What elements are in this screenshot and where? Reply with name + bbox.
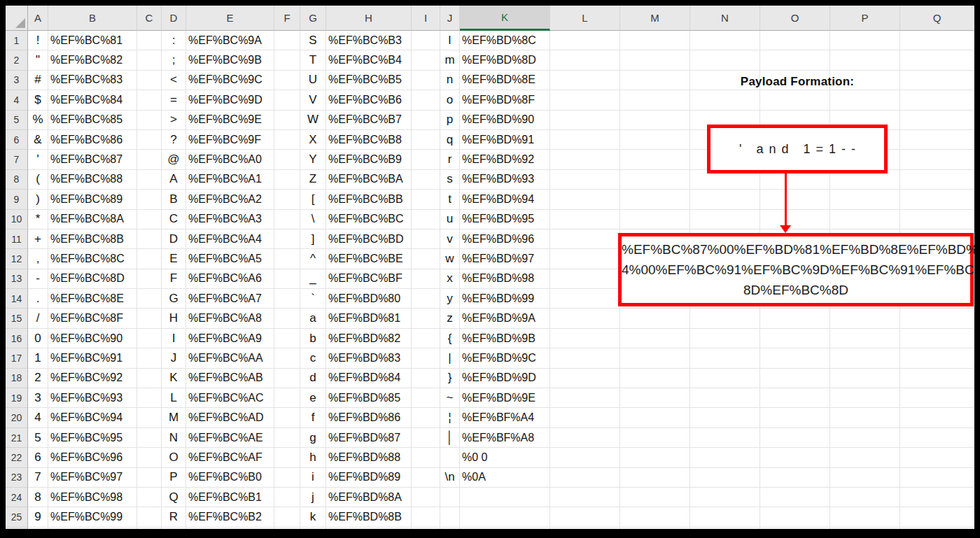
cell-N9[interactable] bbox=[690, 190, 760, 209]
cell-B24[interactable]: %EF%BC%98 bbox=[48, 488, 137, 507]
column-header-I[interactable]: I bbox=[412, 6, 440, 31]
cell-C24[interactable] bbox=[137, 488, 162, 507]
cell-O7[interactable] bbox=[760, 150, 830, 169]
cell-M4[interactable] bbox=[620, 90, 690, 110]
cell-L25[interactable] bbox=[550, 507, 620, 527]
column-header-F[interactable]: F bbox=[274, 6, 300, 31]
cell-O12[interactable] bbox=[760, 249, 830, 269]
cell-H25[interactable]: %EF%BD%8B bbox=[326, 507, 412, 527]
cell-P19[interactable] bbox=[830, 388, 900, 408]
cell-O5[interactable] bbox=[760, 111, 830, 130]
cell-I2[interactable] bbox=[412, 50, 440, 70]
cell-E3[interactable]: %EF%BC%9C bbox=[186, 71, 274, 90]
cell-C26[interactable] bbox=[137, 528, 162, 529]
cell-H14[interactable]: %EF%BD%80 bbox=[326, 289, 412, 309]
cell-K2[interactable]: %EF%BD%8D bbox=[460, 50, 550, 70]
cell-B25[interactable]: %EF%BC%99 bbox=[48, 507, 137, 527]
cell-O22[interactable] bbox=[760, 448, 830, 467]
cell-L16[interactable] bbox=[550, 329, 620, 348]
cell-Q7[interactable] bbox=[900, 150, 974, 169]
cell-M21[interactable] bbox=[620, 428, 690, 448]
cell-C10[interactable] bbox=[137, 210, 162, 229]
cell-P25[interactable] bbox=[830, 507, 900, 527]
cell-A9[interactable]: ) bbox=[28, 190, 48, 209]
cell-H24[interactable]: %EF%BD%8A bbox=[326, 488, 412, 507]
cell-N10[interactable] bbox=[690, 210, 760, 229]
column-header-B[interactable]: B bbox=[48, 6, 137, 31]
cell-E13[interactable]: %EF%BC%A6 bbox=[186, 269, 274, 289]
cell-O3[interactable] bbox=[760, 71, 830, 90]
cell-I18[interactable] bbox=[412, 369, 440, 388]
cell-H17[interactable]: %EF%BD%83 bbox=[326, 348, 412, 368]
cell-F8[interactable] bbox=[274, 170, 300, 190]
cell-P2[interactable] bbox=[830, 50, 900, 70]
cell-G1[interactable]: S bbox=[300, 31, 326, 50]
cell-P26[interactable] bbox=[830, 528, 900, 529]
cell-C3[interactable] bbox=[137, 71, 162, 90]
cell-G24[interactable]: j bbox=[300, 488, 326, 507]
cell-H22[interactable]: %EF%BD%88 bbox=[326, 448, 412, 467]
cell-Q2[interactable] bbox=[900, 50, 974, 70]
cell-P11[interactable] bbox=[830, 229, 900, 249]
cell-P7[interactable] bbox=[830, 150, 900, 169]
cell-J24[interactable] bbox=[440, 488, 460, 507]
cell-K25[interactable] bbox=[460, 507, 550, 527]
cell-H15[interactable]: %EF%BD%81 bbox=[326, 309, 412, 328]
cell-K8[interactable]: %EF%BD%93 bbox=[460, 170, 550, 190]
cell-K26[interactable] bbox=[460, 528, 550, 529]
cell-J10[interactable]: u bbox=[440, 210, 460, 229]
cell-B1[interactable]: %EF%BC%81 bbox=[48, 31, 137, 50]
cell-M13[interactable] bbox=[620, 269, 690, 289]
cell-L17[interactable] bbox=[550, 348, 620, 368]
cell-M17[interactable] bbox=[620, 348, 690, 368]
column-header-M[interactable]: M bbox=[620, 6, 690, 31]
cell-H18[interactable]: %EF%BD%84 bbox=[326, 369, 412, 388]
cell-G8[interactable]: Z bbox=[300, 170, 326, 190]
cell-L8[interactable] bbox=[550, 170, 620, 190]
cell-G4[interactable]: V bbox=[300, 90, 326, 110]
cell-E20[interactable]: %EF%BC%AD bbox=[186, 408, 274, 427]
cell-I9[interactable] bbox=[412, 190, 440, 209]
cell-B17[interactable]: %EF%BC%91 bbox=[48, 348, 137, 368]
cell-E10[interactable]: %EF%BC%A3 bbox=[186, 210, 274, 229]
column-header-O[interactable]: O bbox=[760, 6, 830, 31]
cell-E4[interactable]: %EF%BC%9D bbox=[186, 90, 274, 110]
cell-A3[interactable]: # bbox=[28, 71, 48, 90]
cell-N7[interactable] bbox=[690, 150, 760, 169]
cell-Q12[interactable] bbox=[900, 249, 974, 269]
cell-N21[interactable] bbox=[690, 428, 760, 448]
cell-G17[interactable]: c bbox=[300, 348, 326, 368]
cell-B19[interactable]: %EF%BC%93 bbox=[48, 388, 137, 408]
cell-N16[interactable] bbox=[690, 329, 760, 348]
cell-N20[interactable] bbox=[690, 408, 760, 427]
cell-P18[interactable] bbox=[830, 369, 900, 388]
cell-N22[interactable] bbox=[690, 448, 760, 467]
cell-D19[interactable]: L bbox=[162, 388, 186, 408]
cell-P22[interactable] bbox=[830, 448, 900, 467]
cell-K16[interactable]: %EF%BD%9B bbox=[460, 329, 550, 348]
cell-G22[interactable]: h bbox=[300, 448, 326, 467]
cell-P1[interactable] bbox=[830, 31, 900, 50]
cell-J25[interactable] bbox=[440, 507, 460, 527]
cell-K23[interactable]: %0A bbox=[460, 468, 550, 488]
cell-F5[interactable] bbox=[274, 111, 300, 130]
row-header-5[interactable]: 5 bbox=[6, 111, 28, 130]
cell-F17[interactable] bbox=[274, 348, 300, 368]
cell-M7[interactable] bbox=[620, 150, 690, 169]
cell-K5[interactable]: %EF%BD%90 bbox=[460, 111, 550, 130]
cell-Q1[interactable] bbox=[900, 31, 974, 50]
cell-F20[interactable] bbox=[274, 408, 300, 427]
cell-J2[interactable]: m bbox=[440, 50, 460, 70]
cell-C15[interactable] bbox=[137, 309, 162, 328]
cell-M1[interactable] bbox=[620, 31, 690, 50]
cell-E12[interactable]: %EF%BC%A5 bbox=[186, 249, 274, 269]
cell-B20[interactable]: %EF%BC%94 bbox=[48, 408, 137, 427]
row-header-16[interactable]: 16 bbox=[6, 329, 28, 348]
cell-P8[interactable] bbox=[830, 170, 900, 190]
row-header-19[interactable]: 19 bbox=[6, 388, 28, 408]
cell-M6[interactable] bbox=[620, 130, 690, 150]
cell-Q8[interactable] bbox=[900, 170, 974, 190]
cell-L9[interactable] bbox=[550, 190, 620, 209]
cell-M19[interactable] bbox=[620, 388, 690, 408]
cell-L6[interactable] bbox=[550, 130, 620, 150]
